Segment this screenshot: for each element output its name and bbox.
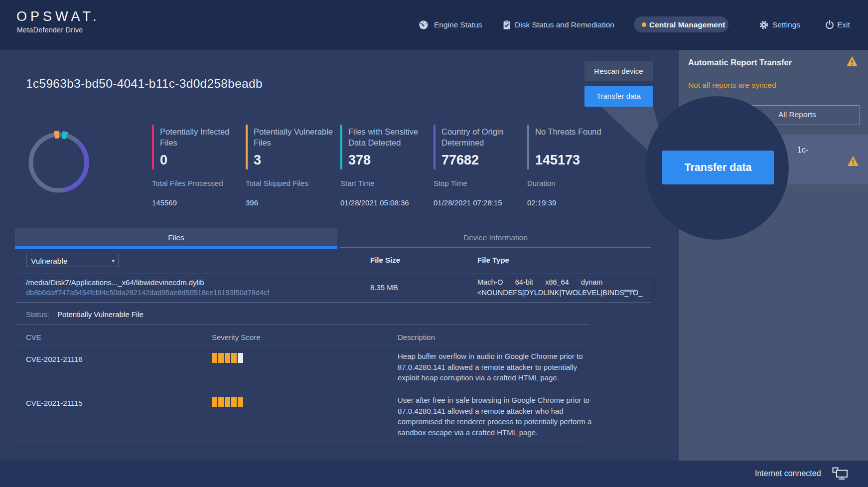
stat-value: 378	[348, 153, 371, 168]
transfer-data-button-magnified[interactable]: Transfer data	[662, 151, 774, 184]
sidebar-panel-title: Automatic Report Transfer	[688, 58, 792, 67]
stat-label: Country of Origin Determined	[441, 126, 527, 148]
divider	[15, 274, 651, 274]
scan-results-donut-chart	[26, 130, 91, 195]
divider	[15, 345, 590, 345]
stat-label: Potentially Infected Files	[160, 126, 246, 148]
product-name: MetaDefender Drive	[17, 26, 83, 34]
text-cursor	[624, 290, 636, 292]
stat-color-bar	[527, 125, 529, 169]
file-filter-value: Vulnerable	[31, 257, 68, 265]
description-column-header: Description	[398, 333, 435, 341]
top-navigation-bar: OPSWAT. MetaDefender Drive Engine Status…	[0, 0, 868, 50]
stat-card-country: Country of Origin Determined 77682	[434, 125, 523, 204]
stat-card-infected: Potentially Infected Files 0	[152, 125, 242, 204]
summary-label: Duration	[527, 179, 556, 187]
tab-device-information[interactable]: Device Information	[340, 228, 651, 246]
severity-score-bar	[212, 397, 243, 407]
clipboard-check-icon	[501, 19, 512, 30]
file-path: /media/Disk7/Applications..._x64/libwide…	[26, 278, 204, 287]
nav-engine-status[interactable]: Engine Status	[434, 20, 482, 29]
stat-color-bar	[152, 125, 154, 169]
opswat-logo: OPSWAT.	[16, 9, 100, 24]
file-filter-select[interactable]: Vulnerable ▾	[26, 254, 119, 267]
summary-value: 02:19:39	[527, 198, 556, 207]
gear-icon	[758, 19, 769, 30]
inactive-tab-border	[340, 247, 651, 248]
severity-score-bar	[212, 353, 243, 363]
all-reports-label: All Reports	[778, 110, 816, 119]
stat-card-vulnerable: Potentially Vulnerable Files 3	[246, 125, 335, 204]
vertical-scrollbar[interactable]	[652, 277, 655, 299]
nav-settings[interactable]: Settings	[772, 20, 800, 29]
metadefender-drive-screen: OPSWAT. MetaDefender Drive Engine Status…	[0, 0, 868, 487]
status-label: Status:	[26, 310, 49, 319]
nav-central-management-label: Central Management	[649, 20, 725, 29]
stat-card-no-threats: No Threats Found 145173	[527, 125, 617, 204]
page-title-device-id: 1c5963b3-bd50-4041-b11c-3d0d258beadb	[26, 77, 263, 91]
file-hash: db8b6daff747a5454fcbf4c50da282142dad95ae…	[26, 289, 269, 297]
divider	[15, 302, 651, 303]
summary-label: Stop Time	[434, 179, 467, 187]
stat-label: No Threats Found	[535, 126, 621, 137]
gauge-icon	[418, 19, 429, 30]
summary-value: 145569	[152, 198, 177, 207]
status-value: Potentially Vulnerable File	[57, 310, 144, 319]
stat-color-bar	[340, 125, 342, 169]
cve-description: User after free in safe browsing in Goog…	[398, 395, 593, 438]
power-icon	[824, 19, 835, 30]
column-header-file-size: File Size	[370, 256, 400, 264]
divider	[15, 441, 590, 441]
summary-label: Total Skipped Files	[246, 179, 308, 187]
sync-warning-text: Not all reports are synced	[688, 81, 776, 90]
warning-icon	[847, 156, 859, 166]
transfer-data-button[interactable]: Transfer data	[584, 86, 653, 107]
cve-id: CVE-2021-21115	[26, 399, 83, 407]
nav-exit[interactable]: Exit	[837, 20, 850, 29]
cve-description: Heap buffer overflow in audio in Google …	[398, 351, 593, 383]
summary-value: 01/28/2021 07:28:15	[434, 198, 502, 207]
severity-column-header: Severity Score	[212, 333, 261, 341]
rescan-device-button[interactable]: Rescan device	[584, 61, 653, 81]
caret-down-icon: ▾	[112, 254, 115, 268]
divider	[15, 390, 590, 390]
active-tab-underline	[15, 246, 337, 249]
stat-value: 3	[254, 153, 261, 168]
cve-column-header: CVE	[26, 333, 41, 341]
tab-files[interactable]: Files	[15, 228, 337, 246]
internet-status-label: Internet connected	[755, 469, 821, 478]
cve-id: CVE-2021-21116	[26, 355, 83, 363]
file-size: 8.35 MB	[370, 283, 398, 292]
stat-card-sensitive: Files with Sensitive Data Detected 378	[340, 125, 430, 204]
summary-value: 396	[246, 198, 258, 207]
stat-color-bar	[246, 125, 248, 169]
summary-value: 01/28/2021 05:08:36	[340, 198, 409, 207]
network-monitor-icon	[832, 467, 848, 480]
warning-icon	[846, 56, 858, 67]
divider	[15, 324, 590, 325]
device-id-fragment: 1c-	[797, 146, 808, 155]
nav-disk-status[interactable]: Disk Status and Remediation	[515, 20, 614, 29]
stat-value: 0	[160, 153, 167, 168]
bottom-status-bar: Internet connected	[0, 461, 868, 487]
summary-label: Start Time	[340, 179, 374, 187]
status-dot	[642, 22, 646, 27]
stat-label: Files with Sensitive Data Detected	[348, 126, 434, 148]
summary-label: Total Files Processed	[152, 179, 223, 187]
column-header-file-type: File Type	[477, 256, 509, 264]
stat-value: 77682	[441, 153, 479, 168]
stat-label: Potentially Vulnerable Files	[254, 126, 339, 148]
file-type-line1: Mach-O 64-bit x86_64 dynam	[477, 278, 651, 286]
stat-value: 145173	[535, 153, 580, 168]
stat-color-bar	[434, 125, 435, 169]
